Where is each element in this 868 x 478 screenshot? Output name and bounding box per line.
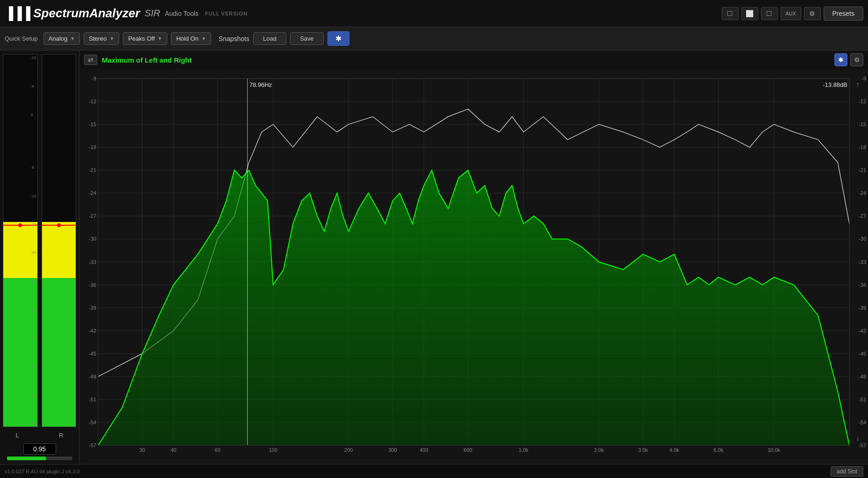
vu-meter-right: [42, 54, 77, 427]
stereo-arrow-icon: ▼: [110, 36, 114, 41]
vu-left-label: L: [16, 430, 19, 441]
stereo-label: Stereo: [89, 35, 107, 42]
toolbar: Quick Setup Analog ▼ Stereo ▼ Peaks Off …: [0, 27, 868, 50]
load-button[interactable]: Load: [253, 32, 286, 45]
aux-button[interactable]: AUX: [781, 7, 801, 20]
peaks-arrow-icon: ▼: [157, 36, 162, 41]
hold-arrow-icon: ▼: [201, 36, 206, 41]
gear-icon[interactable]: ⚙: [804, 7, 821, 20]
app-title: SpectrumAnalyzer: [33, 6, 140, 21]
app-subtitle-sir: SIR: [145, 8, 160, 19]
stereo-dropdown[interactable]: Stereo ▼: [84, 32, 119, 45]
header: ▐▐▐ SpectrumAnalyzer SIR Audio Tools FUL…: [0, 0, 868, 27]
version-text: v1.0.027 R AU 64 plugin J v4.3.0: [5, 469, 79, 474]
app-subtitle-audio: Audio Tools: [165, 10, 199, 17]
vu-dot-right: [57, 223, 61, 227]
app-version: FULL VERSION: [205, 11, 248, 16]
gain-value: 0.95: [23, 443, 56, 455]
logo: ▐▐▐ SpectrumAnalyzer SIR Audio Tools FUL…: [5, 6, 248, 21]
star-button[interactable]: ✱: [327, 31, 349, 46]
vu-scale-left: -12-60-6-12-18-24-30-36-42-48-54-60: [31, 55, 36, 427]
save-button[interactable]: Save: [290, 32, 324, 45]
peaks-dropdown[interactable]: Peaks Off ▼: [123, 32, 167, 45]
snapshots-label: Snapshots: [219, 35, 249, 43]
presets-button[interactable]: Presets: [824, 7, 863, 21]
vu-right-label: R: [59, 430, 63, 441]
spectrum-tools: ✱ ⚙: [834, 53, 863, 66]
logo-bars-icon: ▐▐▐: [5, 6, 30, 21]
channel-swap-icon[interactable]: ⇄: [84, 55, 97, 65]
spectrum-star-button[interactable]: ✱: [834, 53, 847, 66]
main-panel: -12-60-6-12-18-24-30-36-42-48-54-60 L R …: [0, 50, 868, 464]
gain-bar[interactable]: [7, 457, 72, 460]
vu-green-fill-right: [42, 278, 76, 427]
spectrum-header: ⇄ Maximum of Left and Right ✱ ⚙: [79, 50, 868, 69]
channel-label: Maximum of Left and Right: [102, 56, 192, 64]
spectrum-canvas: [79, 69, 868, 464]
hold-dropdown[interactable]: Hold On ▼: [171, 32, 211, 45]
quick-setup-label: Quick Setup: [5, 35, 38, 42]
window-ctrl-3[interactable]: ☐: [761, 7, 778, 20]
window-ctrl-1[interactable]: ☐: [722, 7, 739, 20]
spectrum-panel: ⇄ Maximum of Left and Right ✱ ⚙: [79, 50, 868, 464]
spectrum-gear-button[interactable]: ⚙: [850, 53, 863, 66]
gain-bar-fill: [7, 457, 46, 460]
vu-meters: -12-60-6-12-18-24-30-36-42-48-54-60: [3, 54, 76, 427]
analog-label: Analog: [49, 35, 67, 42]
spectrum-canvas-area[interactable]: [79, 69, 868, 464]
hold-label: Hold On: [176, 35, 199, 42]
header-controls: ☐ ⬜ ☐ AUX ⚙ Presets: [722, 7, 863, 21]
vu-panel: -12-60-6-12-18-24-30-36-42-48-54-60 L R …: [0, 50, 79, 464]
window-ctrl-2[interactable]: ⬜: [741, 7, 758, 20]
analog-arrow-icon: ▼: [70, 36, 75, 41]
vu-yellow-fill-right: [42, 222, 76, 278]
footer: v1.0.027 R AU 64 plugin J v4.3.0 add Slo…: [0, 464, 868, 478]
add-slot-button[interactable]: add Slot: [831, 466, 863, 477]
peaks-label: Peaks Off: [128, 35, 155, 42]
analog-dropdown[interactable]: Analog ▼: [43, 32, 80, 45]
vu-dot-left: [18, 223, 22, 227]
vu-meter-left: -12-60-6-12-18-24-30-36-42-48-54-60: [3, 54, 38, 427]
